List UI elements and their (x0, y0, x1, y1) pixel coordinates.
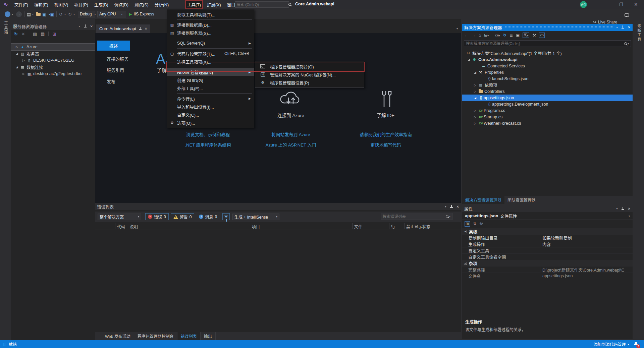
column-description[interactable]: 说明 (130, 224, 138, 229)
new-project-icon[interactable]: ▤ (27, 11, 31, 17)
tree-item-properties[interactable]: ◢ ⚒ Properties (462, 69, 633, 75)
refresh-icon[interactable]: ↻ (14, 32, 18, 37)
menu-item-sql-server[interactable]: SQL Server(Q)▶ (167, 39, 254, 47)
redo-icon[interactable]: ↻ (68, 11, 72, 17)
menu-item-get-tools[interactable]: 获取工具和功能(T)... (167, 10, 254, 18)
undo-dropdown-icon[interactable]: ▾ (64, 11, 66, 17)
tree-item-controllers[interactable]: ▷ Controllers (462, 88, 633, 95)
debug-configuration-combo[interactable]: Debug▾ (78, 11, 95, 17)
chevron-right-icon[interactable]: ▷ (474, 83, 478, 87)
user-avatar[interactable]: 合引 (580, 1, 587, 8)
overview-nav-publish[interactable]: 发布 (107, 78, 115, 84)
close-icon[interactable]: ✕ (145, 27, 147, 31)
menu-analyze[interactable]: 分析(N) (153, 0, 171, 9)
menu-item-connect-server[interactable]: ▤连接到服务器(S)... (167, 29, 254, 37)
diagnostic-tools-vertical-tab[interactable]: 诊断工具 (636, 24, 642, 42)
alphabetical-sort-icon[interactable]: ⇅ (473, 222, 476, 226)
menu-item-choose-toolbox[interactable]: 选择工具箱项(X)... (167, 58, 254, 66)
properties-titlebar[interactable]: 属性 ▾ ✕ (462, 205, 633, 212)
document-well-dropdown-icon[interactable]: ▾ (457, 27, 458, 30)
property-row[interactable]: 自定义工具命名空间 (462, 254, 633, 260)
caret-up-icon[interactable]: ▴ (628, 343, 629, 346)
chevron-expanded-icon[interactable]: ◢ (468, 58, 472, 61)
overview-nav-service-references[interactable]: 服务引用 (107, 67, 124, 73)
pin-icon[interactable] (84, 24, 87, 28)
back-icon[interactable]: ← (465, 33, 469, 38)
solution-search-input[interactable] (466, 42, 624, 46)
solution-search-box[interactable]: ▾ (464, 40, 631, 47)
platform-combo[interactable]: Any CPU▾ (97, 11, 126, 17)
live-share-button[interactable]: ↪Live Share (593, 20, 617, 24)
window-position-dropdown-icon[interactable]: ▾ (616, 207, 618, 210)
error-list-titlebar[interactable]: 错误列表 ▾ ✕ (95, 203, 461, 210)
menu-build[interactable]: 生成(B) (92, 0, 110, 9)
chevron-right-icon[interactable]: ▷ (474, 90, 478, 93)
tree-item-appsettings-development[interactable]: { } appsettings.Development.json (462, 101, 633, 107)
categorized-icon[interactable]: ⊞ (465, 221, 470, 227)
quick-search-box[interactable] (235, 1, 289, 8)
property-row[interactable]: 复制到输出目录 如果较新则复制 (462, 235, 633, 241)
window-position-dropdown-icon[interactable]: ▾ (79, 25, 80, 28)
tree-item-database[interactable]: ▷ ▦✕ desktop-ac7g2eg.test.dbo (11, 70, 95, 77)
sync-with-active-document-icon[interactable]: ↻ (503, 33, 506, 38)
link-publish-azure[interactable]: 将网站发布到 Azure (240, 131, 341, 137)
menu-item-code-snippets[interactable]: ▢代码片段管理器(T)...Ctrl+K, Ctrl+B (167, 50, 254, 58)
chevron-expanded-icon[interactable]: ◢ (16, 52, 20, 55)
save-icon[interactable]: ▣ (42, 11, 46, 17)
nested-view-icon[interactable]: ⇱▾ (523, 33, 529, 38)
property-row[interactable]: 自定义工具 (462, 247, 633, 254)
undo-icon[interactable]: ↺ (59, 11, 63, 17)
pin-icon[interactable] (621, 25, 625, 29)
home-icon[interactable]: ⌂ (479, 33, 481, 38)
warnings-toggle-button[interactable]: 警告0 (171, 213, 195, 220)
close-button[interactable]: ✕ (629, 0, 643, 9)
chevron-expanded-icon[interactable]: ◢ (474, 96, 478, 100)
collapse-section-icon[interactable]: − (464, 230, 467, 233)
menu-tools[interactable]: 工具(T) (185, 0, 203, 9)
error-list-search-box[interactable]: ▾ (381, 213, 452, 220)
menu-item-package-manager-console[interactable]: ›_程序包管理器控制台(O) (255, 62, 364, 70)
errors-toggle-button[interactable]: ✕ 错误0 (145, 213, 169, 220)
chevron-expanded-icon[interactable]: ◢ (474, 71, 478, 74)
chevron-right-icon[interactable]: ▷ (22, 59, 26, 62)
search-icon[interactable] (624, 42, 628, 46)
solution-explorer-titlebar[interactable]: 解决方案资源管理器 ▾ ✕ (462, 24, 633, 31)
connect-server-icon[interactable]: ▤ (41, 32, 45, 37)
close-icon[interactable]: ✕ (628, 207, 631, 211)
error-scope-combo[interactable]: 整个解决方案▾ (98, 214, 141, 220)
minimize-button[interactable]: – (599, 0, 614, 9)
search-dropdown-icon[interactable]: ▾ (449, 215, 450, 218)
menu-item-package-manager-settings[interactable]: ⚙程序包管理器设置(P) (255, 78, 364, 86)
collapse-all-icon[interactable]: ≣ (509, 33, 513, 38)
pin-icon[interactable] (139, 27, 142, 31)
menu-item-command-line[interactable]: 命令行(L)▶ (167, 95, 254, 103)
save-all-icon[interactable]: ▪▣ (49, 11, 54, 17)
chevron-right-icon[interactable]: ▷ (474, 115, 478, 119)
build-intellisense-combo[interactable]: 生成 + IntelliSense▾ (232, 214, 279, 220)
background-tasks-icon[interactable]: ▯ (3, 342, 5, 346)
tab-error-list[interactable]: 错误列表 (177, 332, 201, 340)
property-row[interactable]: 文件名 appsettings.json (462, 273, 633, 279)
property-row[interactable]: 生成操作 内容 (462, 241, 633, 247)
tree-item-weatherforecast[interactable]: ▷ C# WeatherForecast.cs (462, 120, 633, 126)
menu-edit[interactable]: 编辑(E) (32, 0, 50, 9)
switch-views-icon[interactable]: ⊟▾ (484, 33, 489, 38)
messages-toggle-button[interactable]: i 消息0 (196, 213, 220, 220)
pin-icon[interactable] (621, 207, 625, 211)
column-project[interactable]: 项目 (252, 224, 260, 229)
feedback-icon[interactable] (625, 12, 629, 18)
menu-test[interactable]: 测试(S) (132, 0, 151, 9)
properties-object-combo[interactable]: appsettings.json 文件属性 ▾ (462, 212, 633, 220)
close-icon[interactable]: ✕ (90, 24, 93, 28)
object-dropdown-icon[interactable]: ▾ (629, 215, 630, 218)
forward-icon[interactable]: → (472, 33, 476, 38)
sql-object-explorer-icon[interactable]: ⊞ (52, 32, 56, 37)
add-to-source-control-button[interactable]: 添加到源代码管理 (593, 341, 626, 347)
overview-nav-overview[interactable]: 概述 (97, 41, 130, 51)
open-folder-icon[interactable] (36, 11, 42, 17)
menu-item-connect-database[interactable]: ▥连接到数据库(D)... (167, 21, 254, 29)
start-debugging-button[interactable]: ▶IIS Express (129, 11, 154, 17)
window-position-dropdown-icon[interactable]: ▾ (445, 205, 446, 208)
wrench-icon[interactable]: ⚒ (532, 33, 536, 38)
document-tab[interactable]: Core.Admin.webapi ✕ (96, 24, 150, 33)
